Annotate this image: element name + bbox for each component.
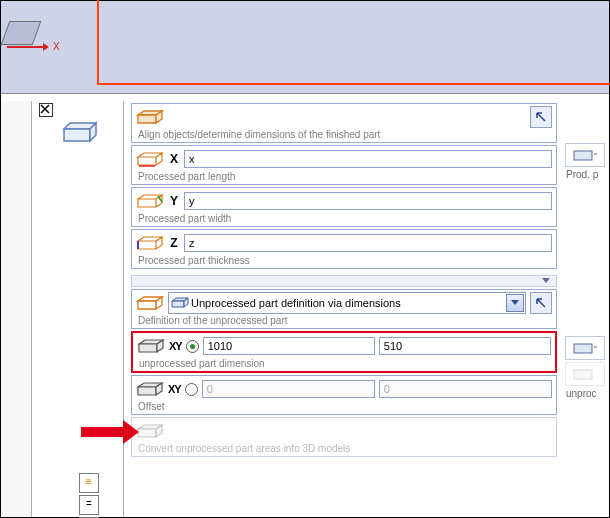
part-x-icon (136, 151, 164, 167)
definition-action-button[interactable] (530, 292, 552, 314)
dimension-row: XY unprocessed part dimension (131, 331, 557, 373)
icon-column: ≡ = + (37, 101, 124, 517)
x-letter: X (168, 152, 180, 166)
part-y-icon (136, 193, 164, 209)
properties-panel: ≡ = + Align objects/determine dimensions… (1, 101, 609, 517)
viewport-3d[interactable]: X (1, 1, 609, 94)
offset-radio[interactable] (185, 383, 198, 396)
dimension-x-input[interactable] (203, 337, 375, 355)
svg-rect-1 (574, 344, 592, 353)
length-row: X Processed part length (131, 145, 557, 185)
prod-panel-icon (573, 148, 597, 162)
y-letter: Y (168, 194, 180, 208)
offset-y-input (379, 380, 552, 398)
part-3d-icon (60, 119, 100, 145)
width-row: Y Processed part width (131, 187, 557, 227)
align-desc: Align objects/determine dimensions of th… (136, 128, 552, 140)
convert-desc: Convert unprocessed part areas into 3D m… (136, 442, 552, 454)
form-column: Align objects/determine dimensions of th… (128, 101, 560, 517)
prod-panel-icon-3 (573, 367, 597, 381)
dropdown-part-icon (169, 297, 191, 309)
svg-rect-2 (574, 370, 592, 379)
section-collapse-bar[interactable] (131, 275, 557, 287)
dimension-desc: unprocessed part dimension (137, 357, 551, 369)
definition-selected: Unprocessed part definition via dimensio… (191, 297, 505, 309)
part-z-icon (136, 235, 164, 251)
width-input[interactable] (184, 192, 552, 210)
definition-desc: Definition of the unprocessed part (136, 314, 552, 326)
width-desc: Processed part width (136, 212, 552, 224)
prod-column: Prod. p unproc (564, 141, 606, 517)
align-row: Align objects/determine dimensions of th… (131, 103, 557, 143)
prod-panel-icon-2 (573, 341, 597, 355)
axis-cube-icon (1, 21, 42, 45)
app-window: X ≡ = + (0, 0, 610, 518)
offset-x-input (202, 380, 375, 398)
chevron-down-icon (506, 294, 524, 312)
vertical-gutter (1, 101, 32, 517)
offset-row: XY Offset (131, 375, 557, 415)
svg-rect-0 (574, 151, 592, 160)
arrow-upleft-icon (534, 296, 548, 310)
z-letter: Z (168, 236, 180, 250)
dimension-xy-label: XY (169, 340, 182, 352)
prod-label-top: Prod. p (564, 169, 606, 180)
option-1-button[interactable]: ≡ (79, 473, 99, 493)
arrow-upleft-icon (534, 110, 548, 124)
thickness-input[interactable] (184, 234, 552, 252)
selection-frame (97, 0, 610, 85)
offset-icon (136, 381, 164, 397)
thickness-desc: Processed part thickness (136, 254, 552, 266)
definition-row: Unprocessed part definition via dimensio… (131, 289, 557, 329)
offset-xy-label: XY (168, 383, 181, 395)
align-action-button[interactable] (530, 106, 552, 128)
dimension-icon (137, 338, 165, 354)
offset-desc: Offset (136, 400, 552, 412)
convert-icon (136, 423, 164, 439)
x-axis-label: X (23, 41, 30, 52)
prod-button-1[interactable] (565, 143, 605, 167)
dimension-y-input[interactable] (379, 337, 551, 355)
prod-label-bottom: unproc (564, 388, 606, 399)
finished-part-icon (136, 109, 164, 125)
prod-button-3 (565, 362, 605, 386)
option-2-button[interactable]: = (79, 495, 99, 515)
prod-button-2[interactable] (565, 336, 605, 360)
definition-dropdown[interactable]: Unprocessed part definition via dimensio… (168, 292, 526, 314)
thickness-row: Z Processed part thickness (131, 229, 557, 269)
mini-toolbar: ≡ = + (77, 471, 101, 518)
length-input[interactable] (184, 150, 552, 168)
dimension-radio[interactable] (186, 340, 199, 353)
convert-row: Convert unprocessed part areas into 3D m… (131, 417, 557, 457)
length-desc: Processed part length (136, 170, 552, 182)
unprocessed-part-icon (136, 295, 164, 311)
